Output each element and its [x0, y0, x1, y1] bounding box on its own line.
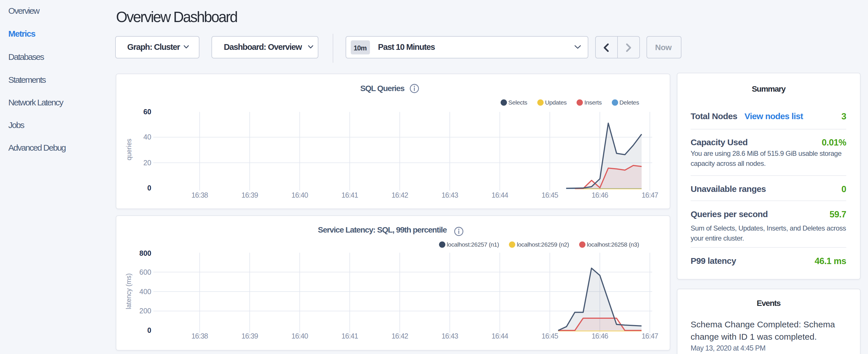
- svg-text:16:47: 16:47: [642, 191, 658, 199]
- svg-text:16:44: 16:44: [492, 191, 508, 199]
- svg-text:20: 20: [143, 159, 151, 167]
- svg-text:16:43: 16:43: [442, 332, 458, 340]
- svg-text:200: 200: [139, 307, 151, 315]
- svg-text:16:41: 16:41: [342, 191, 358, 199]
- svg-text:800: 800: [139, 249, 151, 257]
- svg-text:16:46: 16:46: [591, 191, 608, 199]
- svg-text:0: 0: [147, 184, 151, 192]
- svg-text:16:42: 16:42: [392, 332, 408, 340]
- svg-text:latency (ms): latency (ms): [125, 273, 132, 309]
- svg-text:16:38: 16:38: [191, 191, 208, 199]
- svg-text:16:45: 16:45: [541, 332, 558, 340]
- svg-text:16:39: 16:39: [242, 332, 258, 340]
- svg-text:queries: queries: [125, 139, 133, 160]
- svg-text:16:40: 16:40: [291, 332, 308, 340]
- svg-text:16:38: 16:38: [191, 332, 208, 340]
- svg-text:16:39: 16:39: [242, 191, 258, 199]
- svg-text:40: 40: [143, 133, 151, 141]
- svg-text:16:46: 16:46: [591, 332, 608, 340]
- svg-text:16:42: 16:42: [392, 191, 408, 199]
- svg-text:0: 0: [147, 326, 151, 334]
- svg-text:16:47: 16:47: [642, 332, 658, 340]
- svg-text:16:40: 16:40: [291, 191, 308, 199]
- svg-text:16:41: 16:41: [342, 332, 358, 340]
- svg-text:16:43: 16:43: [442, 191, 458, 199]
- svg-text:16:45: 16:45: [541, 191, 558, 199]
- svg-text:16:44: 16:44: [492, 332, 508, 340]
- svg-text:400: 400: [139, 288, 151, 296]
- svg-text:600: 600: [139, 268, 151, 276]
- svg-text:60: 60: [143, 108, 151, 116]
